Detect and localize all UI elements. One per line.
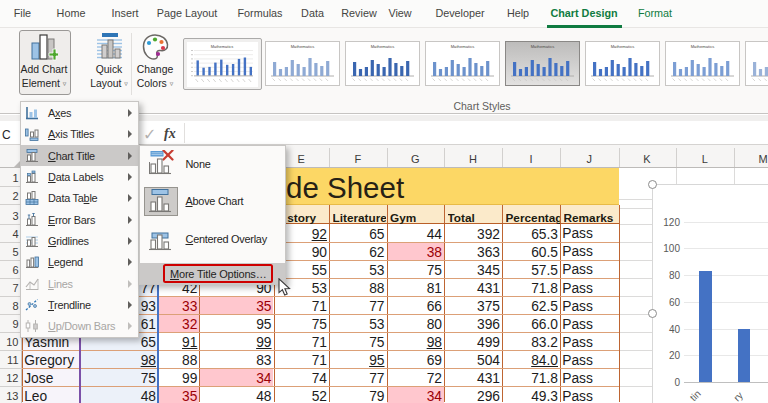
svg-text:Mathematics: Mathematics (371, 44, 395, 49)
svg-text:Mathematics: Mathematics (691, 44, 715, 49)
svg-text:Mathematics: Mathematics (211, 44, 234, 49)
svg-text:Mathematics: Mathematics (451, 44, 475, 49)
svg-text:Mathematics: Mathematics (531, 44, 555, 49)
svg-text:Mathematics: Mathematics (611, 44, 635, 49)
svg-text:Mathematics: Mathematics (291, 44, 315, 49)
